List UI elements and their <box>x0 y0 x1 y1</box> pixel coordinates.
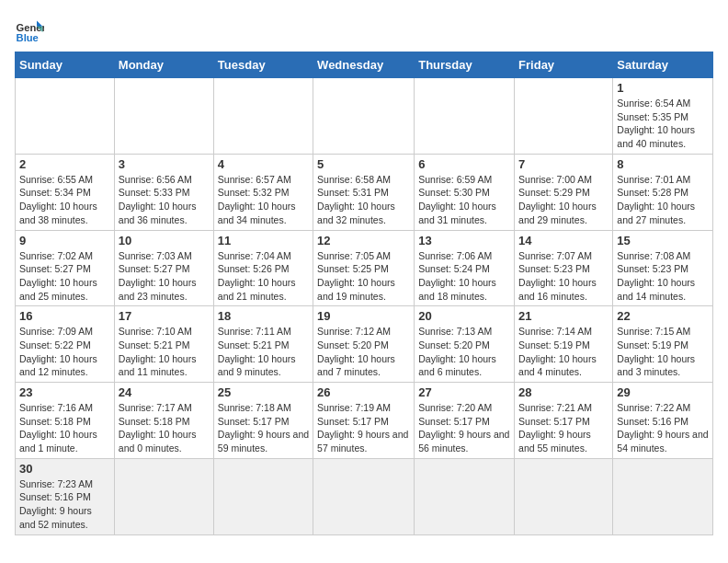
calendar-cell: 5Sunrise: 6:58 AM Sunset: 5:31 PM Daylig… <box>313 154 415 230</box>
calendar-cell: 24Sunrise: 7:17 AM Sunset: 5:18 PM Dayli… <box>114 383 213 459</box>
day-number: 11 <box>218 234 309 247</box>
calendar-cell: 22Sunrise: 7:15 AM Sunset: 5:19 PM Dayli… <box>613 306 713 383</box>
day-number: 28 <box>518 385 609 399</box>
day-number: 7 <box>518 157 609 171</box>
day-info: Sunrise: 7:10 AM Sunset: 5:21 PM Dayligh… <box>119 325 210 379</box>
day-info: Sunrise: 6:56 AM Sunset: 5:33 PM Dayligh… <box>119 173 210 227</box>
column-header-saturday: Saturday <box>613 52 713 78</box>
day-info: Sunrise: 7:07 AM Sunset: 5:23 PM Dayligh… <box>518 249 609 304</box>
day-info: Sunrise: 7:03 AM Sunset: 5:27 PM Dayligh… <box>119 249 210 304</box>
day-info: Sunrise: 7:08 AM Sunset: 5:23 PM Dayligh… <box>617 249 709 304</box>
day-info: Sunrise: 7:14 AM Sunset: 5:19 PM Dayligh… <box>518 325 609 379</box>
calendar-cell <box>313 458 415 534</box>
day-number: 8 <box>617 157 709 171</box>
day-info: Sunrise: 7:17 AM Sunset: 5:18 PM Dayligh… <box>119 401 210 455</box>
calendar-cell: 2Sunrise: 6:55 AM Sunset: 5:34 PM Daylig… <box>16 154 115 230</box>
day-number: 22 <box>617 309 709 323</box>
calendar-table: SundayMondayTuesdayWednesdayThursdayFrid… <box>15 52 713 535</box>
day-info: Sunrise: 7:05 AM Sunset: 5:25 PM Dayligh… <box>317 249 410 304</box>
calendar-cell: 19Sunrise: 7:12 AM Sunset: 5:20 PM Dayli… <box>313 306 415 383</box>
calendar-cell <box>16 78 115 155</box>
day-info: Sunrise: 7:09 AM Sunset: 5:22 PM Dayligh… <box>19 325 110 379</box>
calendar-cell: 23Sunrise: 7:16 AM Sunset: 5:18 PM Dayli… <box>16 383 115 459</box>
calendar-cell: 28Sunrise: 7:21 AM Sunset: 5:17 PM Dayli… <box>515 383 613 459</box>
calendar-cell: 18Sunrise: 7:11 AM Sunset: 5:21 PM Dayli… <box>213 306 313 383</box>
calendar-cell <box>213 78 313 155</box>
calendar-cell <box>114 458 213 534</box>
column-header-thursday: Thursday <box>415 52 515 78</box>
day-number: 27 <box>418 385 510 399</box>
column-header-tuesday: Tuesday <box>213 52 313 78</box>
day-info: Sunrise: 7:22 AM Sunset: 5:16 PM Dayligh… <box>617 401 709 455</box>
calendar-week-row: 16Sunrise: 7:09 AM Sunset: 5:22 PM Dayli… <box>16 306 713 383</box>
calendar-cell: 4Sunrise: 6:57 AM Sunset: 5:32 PM Daylig… <box>213 154 313 230</box>
calendar-week-row: 1Sunrise: 6:54 AM Sunset: 5:35 PM Daylig… <box>16 78 713 155</box>
svg-text:Blue: Blue <box>17 32 39 43</box>
calendar-cell: 8Sunrise: 7:01 AM Sunset: 5:28 PM Daylig… <box>613 154 713 230</box>
calendar-cell: 17Sunrise: 7:10 AM Sunset: 5:21 PM Dayli… <box>114 306 213 383</box>
day-info: Sunrise: 6:58 AM Sunset: 5:31 PM Dayligh… <box>317 173 410 227</box>
day-info: Sunrise: 7:11 AM Sunset: 5:21 PM Dayligh… <box>218 325 309 379</box>
calendar-cell: 30Sunrise: 7:23 AM Sunset: 5:16 PM Dayli… <box>16 458 115 534</box>
logo-icon: General Blue <box>15 15 44 44</box>
day-info: Sunrise: 7:01 AM Sunset: 5:28 PM Dayligh… <box>617 173 709 227</box>
day-number: 17 <box>119 309 210 323</box>
calendar-cell <box>415 78 515 155</box>
calendar-cell: 3Sunrise: 6:56 AM Sunset: 5:33 PM Daylig… <box>114 154 213 230</box>
day-info: Sunrise: 7:18 AM Sunset: 5:17 PM Dayligh… <box>218 401 309 455</box>
day-info: Sunrise: 7:00 AM Sunset: 5:29 PM Dayligh… <box>518 173 609 227</box>
day-number: 15 <box>617 234 709 247</box>
day-number: 12 <box>317 234 410 247</box>
calendar-header-row: SundayMondayTuesdayWednesdayThursdayFrid… <box>16 52 713 78</box>
calendar-cell: 12Sunrise: 7:05 AM Sunset: 5:25 PM Dayli… <box>313 230 415 306</box>
day-number: 2 <box>19 157 110 171</box>
day-number: 13 <box>418 234 510 247</box>
day-info: Sunrise: 7:02 AM Sunset: 5:27 PM Dayligh… <box>19 249 110 304</box>
logo: General Blue <box>15 15 48 44</box>
calendar-cell: 27Sunrise: 7:20 AM Sunset: 5:17 PM Dayli… <box>415 383 515 459</box>
day-number: 23 <box>19 385 110 399</box>
day-info: Sunrise: 6:57 AM Sunset: 5:32 PM Dayligh… <box>218 173 309 227</box>
column-header-sunday: Sunday <box>16 52 115 78</box>
day-number: 9 <box>19 234 110 247</box>
calendar-cell: 6Sunrise: 6:59 AM Sunset: 5:30 PM Daylig… <box>415 154 515 230</box>
day-info: Sunrise: 7:20 AM Sunset: 5:17 PM Dayligh… <box>418 401 510 455</box>
calendar-cell <box>515 78 613 155</box>
day-info: Sunrise: 7:04 AM Sunset: 5:26 PM Dayligh… <box>218 249 309 304</box>
calendar-cell <box>415 458 515 534</box>
day-number: 26 <box>317 385 410 399</box>
calendar-cell: 10Sunrise: 7:03 AM Sunset: 5:27 PM Dayli… <box>114 230 213 306</box>
calendar-cell: 13Sunrise: 7:06 AM Sunset: 5:24 PM Dayli… <box>415 230 515 306</box>
day-number: 5 <box>317 157 410 171</box>
day-info: Sunrise: 7:21 AM Sunset: 5:17 PM Dayligh… <box>518 401 609 455</box>
day-number: 19 <box>317 309 410 323</box>
calendar-cell: 21Sunrise: 7:14 AM Sunset: 5:19 PM Dayli… <box>515 306 613 383</box>
day-number: 24 <box>119 385 210 399</box>
day-info: Sunrise: 7:23 AM Sunset: 5:16 PM Dayligh… <box>19 477 110 532</box>
day-info: Sunrise: 6:59 AM Sunset: 5:30 PM Dayligh… <box>418 173 510 227</box>
day-number: 21 <box>518 309 609 323</box>
calendar-cell: 16Sunrise: 7:09 AM Sunset: 5:22 PM Dayli… <box>16 306 115 383</box>
calendar-cell: 1Sunrise: 6:54 AM Sunset: 5:35 PM Daylig… <box>613 78 713 155</box>
calendar-cell <box>313 78 415 155</box>
day-number: 4 <box>218 157 309 171</box>
day-number: 10 <box>119 234 210 247</box>
calendar-week-row: 2Sunrise: 6:55 AM Sunset: 5:34 PM Daylig… <box>16 154 713 230</box>
day-number: 18 <box>218 309 309 323</box>
calendar-week-row: 9Sunrise: 7:02 AM Sunset: 5:27 PM Daylig… <box>16 230 713 306</box>
calendar-week-row: 23Sunrise: 7:16 AM Sunset: 5:18 PM Dayli… <box>16 383 713 459</box>
calendar-cell <box>114 78 213 155</box>
day-info: Sunrise: 7:19 AM Sunset: 5:17 PM Dayligh… <box>317 401 410 455</box>
calendar-cell: 29Sunrise: 7:22 AM Sunset: 5:16 PM Dayli… <box>613 383 713 459</box>
day-info: Sunrise: 7:16 AM Sunset: 5:18 PM Dayligh… <box>19 401 110 455</box>
calendar-cell: 14Sunrise: 7:07 AM Sunset: 5:23 PM Dayli… <box>515 230 613 306</box>
day-info: Sunrise: 7:12 AM Sunset: 5:20 PM Dayligh… <box>317 325 410 379</box>
day-number: 20 <box>418 309 510 323</box>
calendar-cell: 9Sunrise: 7:02 AM Sunset: 5:27 PM Daylig… <box>16 230 115 306</box>
calendar-cell: 25Sunrise: 7:18 AM Sunset: 5:17 PM Dayli… <box>213 383 313 459</box>
day-number: 3 <box>119 157 210 171</box>
calendar-cell: 26Sunrise: 7:19 AM Sunset: 5:17 PM Dayli… <box>313 383 415 459</box>
day-number: 6 <box>418 157 510 171</box>
day-number: 29 <box>617 385 709 399</box>
calendar-cell: 15Sunrise: 7:08 AM Sunset: 5:23 PM Dayli… <box>613 230 713 306</box>
